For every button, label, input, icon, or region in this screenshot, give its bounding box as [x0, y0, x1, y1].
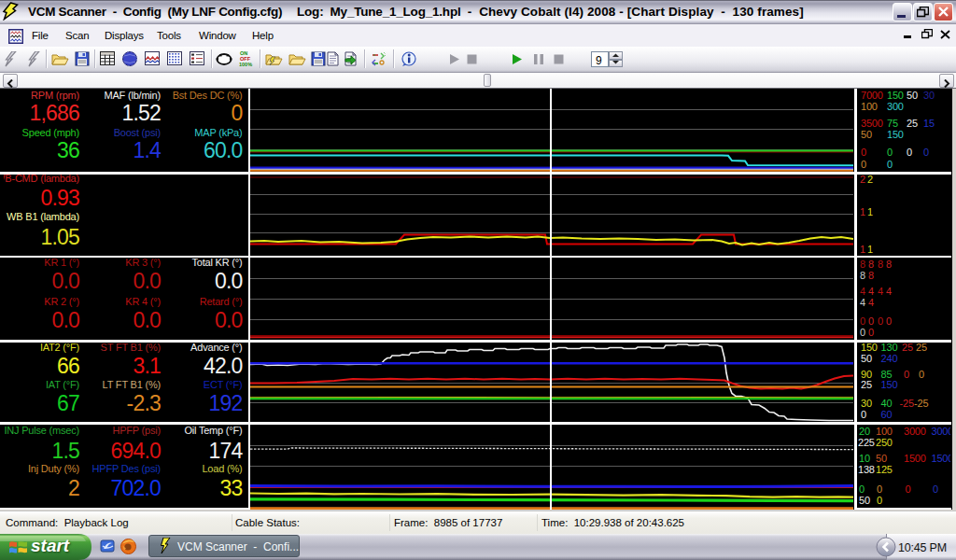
svg-text:100%: 100%: [239, 62, 252, 67]
